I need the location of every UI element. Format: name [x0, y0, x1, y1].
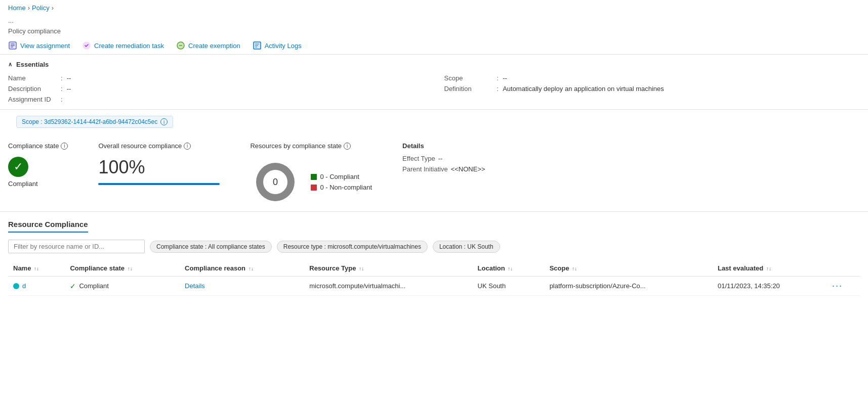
breadcrumb-home[interactable]: Home [8, 4, 26, 12]
resource-compliance-table: Name ↑↓ Compliance state ↑↓ Compliance r… [8, 260, 860, 296]
activity-logs-button[interactable]: Activity Logs [253, 41, 302, 50]
location-filter-label: Location : UK South [439, 243, 493, 250]
compliance-state-block: Compliance state i ✓ Compliant [8, 142, 68, 188]
compliance-state-filter-tag[interactable]: Compliance state : All compliance states [150, 241, 272, 253]
essentials-name-label: Name [8, 74, 59, 82]
col-resource-type-label: Resource Type [309, 264, 356, 272]
resources-by-state-label: Resources by compliance state i [250, 142, 372, 150]
col-location-label: Location [478, 264, 505, 272]
essentials-scope-row: Scope : -- [444, 74, 860, 82]
col-location-sort: ↑↓ [508, 266, 513, 271]
cell-name: d [8, 277, 65, 296]
resource-compliance-section: Resource Compliance Compliance state : A… [0, 212, 868, 296]
details-parent-initiative-value: <<NONE>> [451, 165, 485, 173]
scope-tag[interactable]: Scope : 3d529362-1414-442f-a6bd-94472c04… [16, 116, 173, 128]
col-last-evaluated-sort: ↑↓ [766, 266, 771, 271]
overall-compliance-info-icon[interactable]: i [184, 143, 191, 150]
compliance-reason-link[interactable]: Details [185, 282, 205, 290]
resources-by-state-info-icon[interactable]: i [344, 143, 351, 150]
col-last-evaluated[interactable]: Last evaluated ↑↓ [713, 260, 827, 277]
resource-type-filter-label: Resource type : microsoft.compute/virtua… [283, 243, 421, 250]
toolbar: View assignment Create remediation task … [0, 37, 868, 55]
page-title: Policy compliance [0, 25, 868, 37]
overall-compliance-percent: 100% [98, 157, 220, 178]
resource-name-link[interactable]: d [13, 282, 60, 290]
col-name-label: Name [13, 264, 31, 272]
essentials-assignmentid-row: Assignment ID : [8, 96, 424, 103]
cell-compliance-state: ✓ Compliant [65, 277, 180, 296]
compliance-state-value: Compliant [8, 180, 38, 188]
filter-bar: Compliance state : All compliance states… [8, 240, 860, 253]
essentials-grid: Name : -- Description : -- Assignment ID… [8, 74, 860, 103]
last-evaluated-text: 01/11/2023, 14:35:20 [718, 282, 780, 290]
details-parent-initiative-row: Parent Initiative <<NONE>> [402, 165, 514, 173]
progress-bar-fill [98, 183, 220, 185]
col-actions [827, 260, 860, 277]
scope-text: platform-subscription/Azure-Co... [550, 282, 646, 290]
compliance-state-info-icon[interactable]: i [61, 143, 68, 150]
breadcrumb-sep2: › [52, 4, 54, 12]
compliance-badge: ✓ Compliant [70, 282, 175, 290]
compliance-check-icon: ✓ [70, 282, 76, 290]
details-block: Details Effect Type -- Parent Initiative… [402, 142, 514, 173]
scope-tag-text: Scope : 3d529362-1414-442f-a6bd-94472c04… [22, 118, 157, 125]
col-compliance-reason-label: Compliance reason [185, 264, 245, 272]
col-compliance-state-sort: ↑↓ [128, 266, 133, 271]
resource-compliance-title: Resource Compliance [8, 220, 860, 240]
activity-logs-icon [253, 41, 262, 50]
essentials-definition-value: Automatically deploy an application on v… [503, 85, 664, 93]
essentials-scope-value: -- [503, 74, 507, 82]
compliance-overview: Compliance state i ✓ Compliant Overall r… [0, 134, 868, 212]
donut-center-value: 0 [273, 177, 278, 187]
essentials-scope-label: Scope [444, 74, 495, 82]
col-resource-type[interactable]: Resource Type ↑↓ [304, 260, 472, 277]
essentials-name-row: Name : -- [8, 74, 424, 82]
col-resource-type-sort: ↑↓ [359, 266, 364, 271]
col-compliance-reason[interactable]: Compliance reason ↑↓ [180, 260, 304, 277]
col-last-evaluated-label: Last evaluated [718, 264, 763, 272]
breadcrumb-policy[interactable]: Policy [32, 4, 50, 12]
table-row: d ✓ Compliant Details microsoft.compute/… [8, 277, 860, 296]
scope-info-icon[interactable]: i [160, 118, 168, 125]
col-scope[interactable]: Scope ↑↓ [545, 260, 713, 277]
ellipsis-menu[interactable]: ... [0, 16, 868, 25]
essentials-header[interactable]: ∧ Essentials [8, 61, 860, 68]
resources-by-state-block: Resources by compliance state i 0 0 - Co… [250, 142, 372, 207]
cell-compliance-reason: Details [180, 277, 304, 296]
col-scope-sort: ↑↓ [572, 266, 577, 271]
cell-more: ··· [827, 277, 860, 296]
create-remediation-button[interactable]: Create remediation task [82, 41, 164, 50]
create-remediation-icon [82, 41, 91, 50]
section-title-text: Resource Compliance [8, 220, 88, 233]
col-location[interactable]: Location ↑↓ [473, 260, 545, 277]
essentials-chevron: ∧ [8, 61, 12, 68]
cell-scope: platform-subscription/Azure-Co... [545, 277, 713, 296]
breadcrumb-sep1: › [28, 4, 30, 12]
donut-wrapper: 0 0 - Compliant 0 - Non-compliant [250, 157, 372, 207]
location-text: UK South [478, 282, 506, 290]
essentials-name-value: -- [67, 74, 71, 82]
compliance-state-filter-label: Compliance state : All compliance states [156, 243, 265, 250]
resource-type-filter-tag[interactable]: Resource type : microsoft.compute/virtua… [277, 241, 428, 253]
legend-compliant-item: 0 - Compliant [311, 173, 372, 180]
details-parent-initiative-label: Parent Initiative [402, 165, 448, 173]
create-exemption-button[interactable]: Create exemption [176, 41, 240, 50]
view-assignment-button[interactable]: View assignment [8, 41, 70, 50]
row-more-button[interactable]: ··· [832, 281, 843, 291]
donut-chart: 0 [250, 157, 301, 207]
col-compliance-state[interactable]: Compliance state ↑↓ [65, 260, 180, 277]
col-name[interactable]: Name ↑↓ [8, 260, 65, 277]
cell-location: UK South [473, 277, 545, 296]
view-assignment-icon [8, 41, 17, 50]
location-filter-tag[interactable]: Location : UK South [433, 241, 500, 253]
legend-noncompliant-color [311, 185, 317, 191]
resource-type-text: microsoft.compute/virtualmachi... [309, 282, 405, 290]
legend-compliant-color [311, 174, 317, 180]
essentials-description-label: Description [8, 85, 59, 93]
table-header: Name ↑↓ Compliance state ↑↓ Compliance r… [8, 260, 860, 277]
table-body: d ✓ Compliant Details microsoft.compute/… [8, 277, 860, 296]
legend-noncompliant-item: 0 - Non-compliant [311, 184, 372, 191]
col-compliance-state-label: Compliance state [70, 264, 125, 272]
legend-noncompliant-label: 0 - Non-compliant [320, 184, 372, 191]
resource-filter-input[interactable] [8, 240, 145, 253]
